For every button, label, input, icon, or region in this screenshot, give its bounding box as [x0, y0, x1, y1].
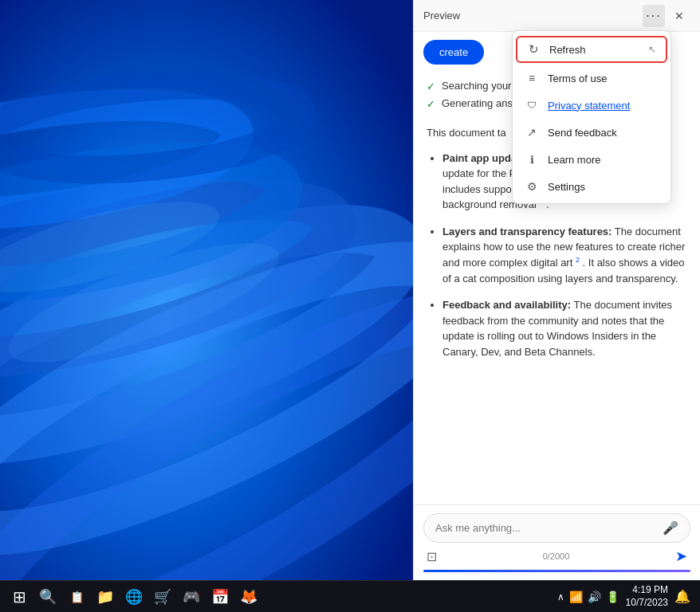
taskbar-sys-icons: ∧ 📶 🔊 🔋 [557, 590, 619, 603]
taskbar-taskview-icon[interactable]: 📋 [64, 584, 89, 610]
time-display: 4:19 PM [632, 584, 668, 597]
settings-label: Settings [548, 181, 585, 193]
side-panel: Preview ··· ✕ ↻ Refresh ↖ ≡ Terms of use… [413, 0, 700, 580]
check-icon-1: ✓ [427, 80, 435, 92]
chevron-up-icon[interactable]: ∧ [557, 591, 564, 602]
notification-icon[interactable]: 🔔 [674, 589, 690, 604]
taskbar-xbox-icon[interactable]: 🎮 [179, 584, 204, 610]
menu-item-terms[interactable]: ≡ Terms of use [513, 65, 671, 92]
taskbar-search-icon[interactable]: 🔍 [35, 584, 61, 610]
close-button[interactable]: ✕ [668, 5, 690, 27]
menu-item-feedback[interactable]: ↗ Send feedback [513, 119, 671, 146]
feedback-icon: ↗ [525, 126, 538, 139]
privacy-icon: 🛡 [525, 99, 538, 112]
menu-item-refresh[interactable]: ↻ Refresh ↖ [516, 36, 667, 63]
create-button[interactable]: create [423, 40, 484, 65]
bullet-item-3: Feedback and availability: The document … [442, 297, 687, 359]
taskbar-start-icon[interactable]: ⊞ [6, 584, 32, 610]
taskbar-edge-icon[interactable]: 🌐 [121, 584, 147, 610]
progress-bar [423, 570, 690, 572]
mic-icon[interactable]: 🎤 [663, 520, 678, 536]
wifi-icon[interactable]: 📶 [569, 590, 583, 603]
taskbar-store-icon[interactable]: 🛒 [150, 584, 175, 610]
panel-title: Preview [423, 10, 643, 22]
taskbar: ⊞ 🔍 📋 📁 🌐 🛒 🎮 📅 🦊 ∧ 📶 🔊 🔋 4:19 PM 10/7/2… [0, 580, 700, 612]
scan-icon[interactable]: ⊡ [427, 549, 437, 564]
volume-icon[interactable]: 🔊 [588, 590, 601, 603]
menu-item-learn[interactable]: ℹ Learn more [513, 146, 671, 173]
bullet-2-ref: 2 [576, 256, 580, 264]
bullet-item-2: Layers and transparency features: The do… [442, 224, 687, 286]
battery-icon[interactable]: 🔋 [606, 590, 619, 603]
panel-input-area: 🎤 ⊡ 0/2000 ➤ [414, 504, 700, 580]
learn-icon: ℹ [525, 153, 538, 166]
terms-icon: ≡ [525, 72, 538, 84]
dropdown-menu: ↻ Refresh ↖ ≡ Terms of use 🛡 Privacy sta… [512, 30, 671, 204]
taskbar-firefox-icon[interactable]: 🦊 [236, 584, 262, 610]
input-bottom: ⊡ 0/2000 ➤ [423, 543, 690, 567]
ask-input[interactable] [435, 522, 656, 534]
panel-header: Preview ··· ✕ [414, 0, 700, 32]
taskbar-calendar-icon[interactable]: 📅 [207, 584, 233, 610]
privacy-label: Privacy statement [548, 100, 630, 112]
bullet-3-bold: Feedback and availability: [442, 299, 571, 311]
refresh-label: Refresh [549, 44, 586, 56]
check-icon-2: ✓ [427, 98, 435, 110]
feedback-label: Send feedback [548, 127, 617, 139]
more-button[interactable]: ··· [643, 5, 665, 27]
menu-item-privacy[interactable]: 🛡 Privacy statement [513, 92, 671, 119]
settings-icon: ⚙ [525, 180, 538, 193]
input-row: 🎤 [423, 513, 690, 543]
learn-label: Learn more [548, 154, 600, 166]
refresh-icon: ↻ [527, 43, 540, 56]
taskbar-time[interactable]: 4:19 PM 10/7/2023 [626, 584, 668, 609]
taskbar-right: ∧ 📶 🔊 🔋 4:19 PM 10/7/2023 🔔 [557, 584, 700, 609]
bullet-2-bold: Layers and transparency features: [442, 226, 612, 237]
char-count: 0/2000 [543, 551, 570, 561]
taskbar-files-icon[interactable]: 📁 [92, 584, 118, 610]
panel-header-icons: ··· ✕ [643, 5, 690, 27]
taskbar-left: ⊞ 🔍 📋 📁 🌐 🛒 🎮 📅 🦊 [0, 584, 262, 610]
terms-label: Terms of use [548, 73, 607, 84]
cursor-indicator: ↖ [648, 44, 656, 55]
date-display: 10/7/2023 [626, 597, 668, 610]
send-button[interactable]: ➤ [675, 547, 687, 565]
menu-item-settings[interactable]: ⚙ Settings [513, 173, 671, 200]
